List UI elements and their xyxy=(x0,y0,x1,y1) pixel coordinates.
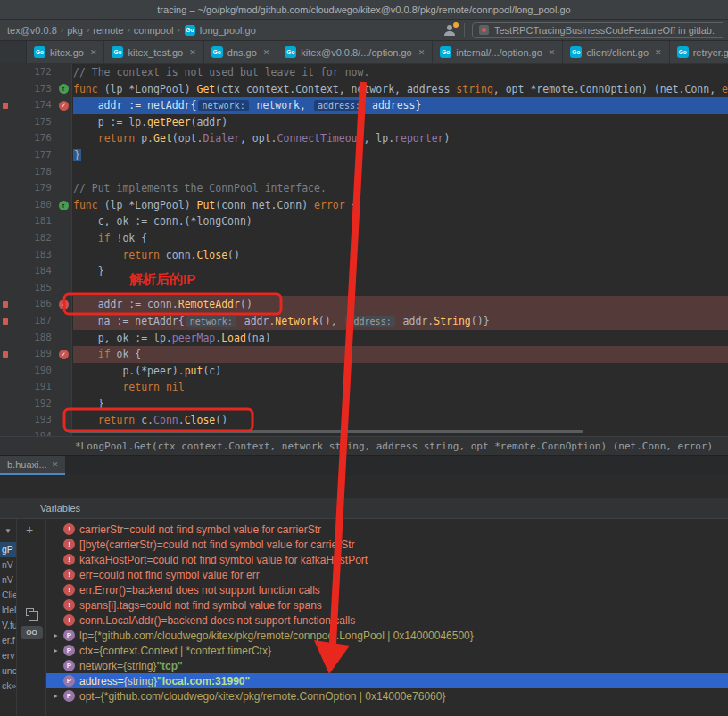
variable-row[interactable]: ▸Popt = {*github.com/cloudwego/kitex/pkg… xyxy=(46,688,728,704)
frame-item[interactable]: Clie xyxy=(0,588,16,603)
expand-chevron-icon[interactable]: ▸ xyxy=(50,692,62,700)
breadcrumb-item[interactable]: pkg xyxy=(65,25,85,36)
implements-icon[interactable]: ↑ xyxy=(55,197,71,214)
debugger-panel: ▼ gPnVnVClieldelV.fuer.fervuncck» + OO !… xyxy=(0,519,728,716)
method-signature: *LongPool.Get(ctx context.Context, netwo… xyxy=(75,440,713,452)
frame-item[interactable]: erv xyxy=(0,648,16,663)
gutter-space xyxy=(55,213,71,230)
variable-row[interactable]: ![]byte(carrierStr) = could not find sym… xyxy=(46,537,728,552)
line-number: 178 xyxy=(0,164,52,181)
panel-gap xyxy=(0,475,728,498)
expand-chevron-icon[interactable]: ▸ xyxy=(50,646,62,654)
implements-icon[interactable]: ↑ xyxy=(55,81,71,98)
bottom-tab-label: b.huaxi... xyxy=(7,459,47,470)
frame-item[interactable]: gP xyxy=(0,542,16,557)
code-text: p.(*peer).put(c) xyxy=(73,363,728,380)
horizontal-scrollbar[interactable] xyxy=(68,430,583,433)
bottom-tab[interactable]: b.huaxi... ✕ xyxy=(0,456,65,475)
tab-kitex_test.go[interactable]: Gokitex_test.go✕ xyxy=(104,41,203,63)
line-number: 180 xyxy=(0,197,52,214)
breadcrumb-item[interactable]: remote xyxy=(91,25,125,36)
tab-internal/.../option.go[interactable]: Gointernal/.../option.go✕ xyxy=(433,41,563,63)
code-text: // Put implements the ConnPool interface… xyxy=(73,180,728,197)
navigation-bar: tex@v0.0.8›pkg›remote›connpool›Golong_po… xyxy=(0,20,728,41)
variable-row[interactable]: !conn.LocalAddr() = backend does not sup… xyxy=(46,613,728,628)
gutter-space xyxy=(55,363,71,380)
code-text: na := netAddr{network: addr.Network(), a… xyxy=(73,313,728,330)
line-number: 172 xyxy=(0,64,52,81)
error-icon: ! xyxy=(63,554,75,565)
frame-item[interactable]: nV xyxy=(0,572,16,588)
variable-row[interactable]: !kafkaHostPort = could not find symbol v… xyxy=(46,552,728,567)
frame-item[interactable]: V.fu xyxy=(0,618,16,633)
breakpoint-icon[interactable]: ✓ xyxy=(55,346,71,363)
tab-close-icon[interactable]: ✕ xyxy=(549,48,556,57)
tab-retryer.go[interactable]: Goretryer.go✕ xyxy=(670,41,728,63)
chevron-down-icon[interactable]: ▼ xyxy=(0,519,16,542)
code-line: 173↑func (lp *LongPool) Get(ctx context.… xyxy=(0,81,728,98)
tab-close-icon[interactable]: ✕ xyxy=(655,48,662,57)
code-text: addr := conn.RemoteAddr() xyxy=(73,296,728,313)
close-icon[interactable]: ✕ xyxy=(52,460,59,469)
code-editor[interactable]: 172// The context is not used but leave … xyxy=(0,64,728,436)
gutter-space xyxy=(55,280,71,297)
line-number: 187 xyxy=(0,313,52,330)
gutter-space xyxy=(55,64,71,81)
variable-row[interactable]: ▸Pctx = {context.Context | *context.time… xyxy=(46,643,728,658)
line-number: 186 xyxy=(0,296,52,313)
tab-client/client.go[interactable]: Goclient/client.go✕ xyxy=(563,41,669,63)
go-file-icon: Go xyxy=(211,46,223,58)
line-number: 179 xyxy=(0,180,52,197)
variable-value: {*github.com/cloudwego/kitex/pkg/remote/… xyxy=(94,630,473,642)
breadcrumb-item[interactable]: connpool xyxy=(132,25,176,36)
tab-label: dns.go xyxy=(228,47,257,58)
variable-row[interactable]: !spans[i].tags = could not find symbol v… xyxy=(46,597,728,613)
tab-dns.go[interactable]: Godns.go✕ xyxy=(204,41,278,63)
code-line: 191 return nil xyxy=(0,379,728,396)
variable-row[interactable]: Paddress = {string} "local.com:31990" xyxy=(46,673,728,688)
tab-label: kitex@v0.0.8/.../option.go xyxy=(301,47,411,58)
variable-value: backend does not support function calls xyxy=(167,614,355,627)
frame-item[interactable]: ldel xyxy=(0,603,16,618)
breadcrumb-item[interactable]: tex@v0.0.8 xyxy=(5,25,59,36)
annotation-label: 解析后的IP xyxy=(129,271,195,288)
breadcrumb-item[interactable]: long_pool.go xyxy=(198,25,258,36)
code-line: 174✓ addr := netAddr{network: network, a… xyxy=(0,97,728,114)
code-area[interactable]: 172// The context is not used but leave … xyxy=(0,64,728,436)
code-text: return conn.Close() xyxy=(73,247,728,264)
frame-item[interactable]: er.f xyxy=(0,633,16,648)
editor-tab-bar: Gokitex.go✕Gokitex_test.go✕Godns.go✕Goki… xyxy=(0,41,728,64)
breakpoint-icon[interactable]: ✓ xyxy=(55,97,71,114)
variable-name: err.Error() xyxy=(79,584,126,597)
run-configuration-selector[interactable]: TestRPCTracingBusinessCodeFeatureOff in … xyxy=(472,22,723,38)
tab-close-icon[interactable]: ✕ xyxy=(189,48,196,57)
tab-kitex.go[interactable]: Gokitex.go✕ xyxy=(27,41,104,63)
go-file-icon: Go xyxy=(185,25,195,36)
copy-icon[interactable] xyxy=(26,608,34,616)
frame-item[interactable]: unc xyxy=(0,663,16,679)
variable-row[interactable]: !err = could not find symbol value for e… xyxy=(46,567,728,582)
variable-row[interactable]: !carrierStr = could not find symbol valu… xyxy=(46,522,728,537)
parameter-icon: P xyxy=(63,690,75,702)
add-watch-button[interactable]: + xyxy=(26,523,33,537)
variable-row[interactable]: Pnetwork = {string} "tcp" xyxy=(46,658,728,673)
user-profile-icon[interactable] xyxy=(443,23,457,37)
code-line: 172// The context is not used but leave … xyxy=(0,64,728,81)
tab-label: client/client.go xyxy=(586,47,649,58)
frame-item[interactable]: ck» xyxy=(0,679,16,694)
code-text: if !ok { xyxy=(73,230,728,247)
tab-close-icon[interactable]: ✕ xyxy=(263,48,270,57)
variable-row[interactable]: !err.Error() = backend does not support … xyxy=(46,582,728,597)
tab-kitex@v0.0.8/.../option.go[interactable]: Gokitex@v0.0.8/.../option.go✕ xyxy=(277,41,433,63)
code-line: 186✓ addr := conn.RemoteAddr() xyxy=(0,296,728,313)
gutter-space xyxy=(55,130,71,147)
tab-close-icon[interactable]: ✕ xyxy=(418,48,426,57)
tab-close-icon[interactable]: ✕ xyxy=(90,48,97,57)
watches-glasses-icon[interactable]: OO xyxy=(21,626,43,639)
variable-value: could not find symbol value for carrierS… xyxy=(163,539,355,551)
frame-item[interactable]: nV xyxy=(0,557,16,572)
breakpoint-icon[interactable]: ✓ xyxy=(55,296,71,313)
code-text: c, ok := conn.(*longConn) xyxy=(73,213,728,230)
expand-chevron-icon[interactable]: ▸ xyxy=(50,631,62,639)
variable-row[interactable]: ▸Plp = {*github.com/cloudwego/kitex/pkg/… xyxy=(46,628,728,643)
